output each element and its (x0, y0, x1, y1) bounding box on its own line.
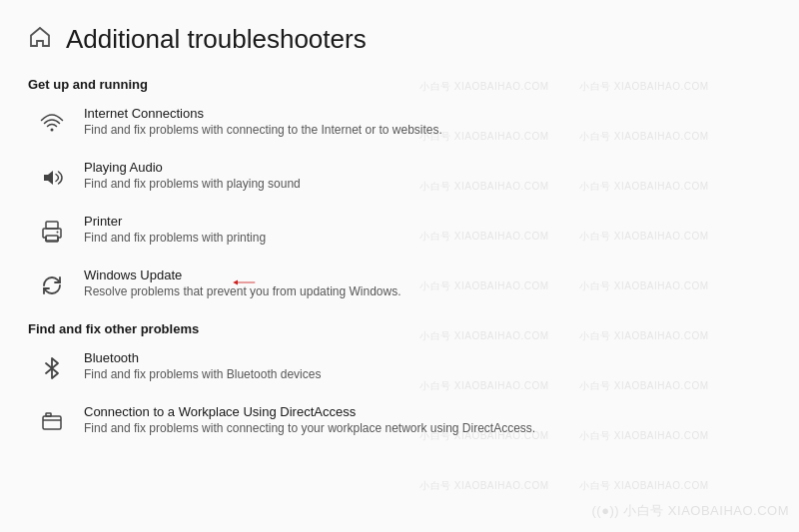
page-header: Additional troubleshooters (28, 24, 771, 55)
item-desc: Find and fix problems with playing sound (84, 176, 301, 193)
item-playing-audio[interactable]: Playing Audio Find and fix problems with… (28, 150, 771, 204)
item-desc: Find and fix problems with printing (84, 230, 266, 247)
svg-rect-7 (43, 416, 61, 429)
page-title: Additional troubleshooters (66, 24, 367, 55)
item-desc: Find and fix problems with connecting to… (84, 122, 442, 139)
svg-point-0 (51, 129, 54, 132)
home-icon[interactable] (28, 25, 52, 54)
svg-marker-1 (44, 171, 53, 185)
section-find-fix: Find and fix other problems Bluetooth Fi… (28, 321, 771, 448)
item-name: Printer (84, 214, 266, 229)
wifi-icon (36, 108, 68, 140)
item-name: Connection to a Workplace Using DirectAc… (84, 404, 535, 419)
section-title-2: Find and fix other problems (28, 321, 771, 336)
item-directaccess[interactable]: Connection to a Workplace Using DirectAc… (28, 394, 771, 448)
item-desc: Find and fix problems with connecting to… (84, 420, 535, 437)
svg-rect-8 (46, 413, 51, 416)
settings-page: Additional troubleshooters Get up and ru… (0, 0, 799, 532)
item-name: Bluetooth (84, 350, 321, 365)
item-name: Playing Audio (84, 160, 301, 175)
bluetooth-icon (36, 352, 68, 384)
item-desc: Find and fix problems with Bluetooth dev… (84, 366, 321, 383)
printer-icon (36, 216, 68, 248)
section-title-1: Get up and running (28, 77, 771, 92)
update-icon (36, 269, 68, 301)
svg-rect-2 (46, 222, 58, 229)
svg-point-4 (57, 232, 59, 234)
section-get-up-running: Get up and running Internet Connections … (28, 77, 771, 311)
item-bluetooth[interactable]: Bluetooth Find and fix problems with Blu… (28, 340, 771, 394)
item-desc: Resolve problems that prevent you from u… (84, 283, 401, 300)
directaccess-icon (36, 406, 68, 438)
item-name: Internet Connections (84, 106, 442, 121)
item-printer[interactable]: Printer Find and fix problems with print… (28, 204, 771, 258)
item-name: Windows Update (84, 267, 401, 282)
item-internet-connections[interactable]: Internet Connections Find and fix proble… (28, 96, 771, 150)
audio-icon (36, 162, 68, 194)
item-windows-update[interactable]: Windows Update Resolve problems that pre… (28, 258, 771, 311)
